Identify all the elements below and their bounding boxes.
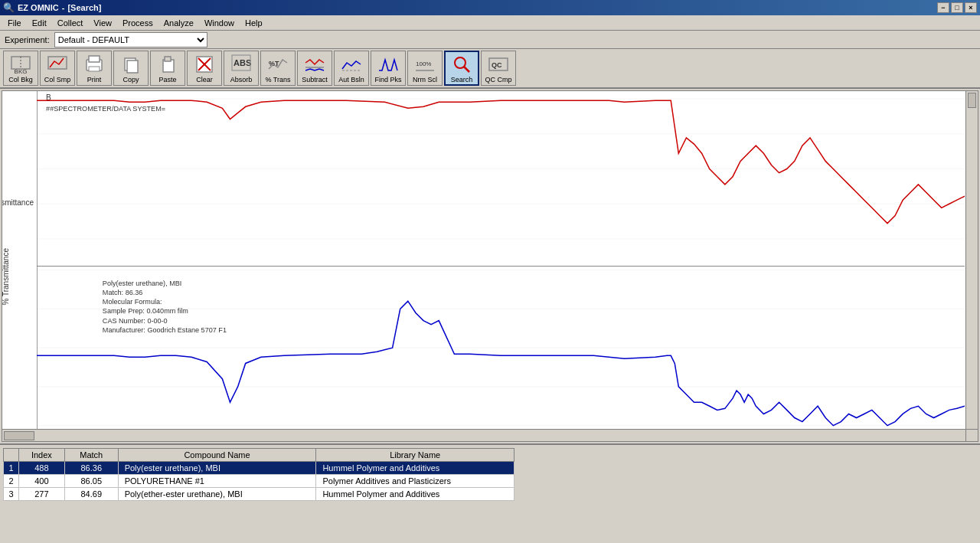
row-library: Hummel Polymer and Additives (316, 488, 514, 501)
title-bar-left: 🔍 EZ OMNIC - [Search] (3, 2, 101, 13)
svg-rect-8 (127, 61, 138, 73)
menu-file[interactable]: File (3, 17, 26, 29)
pct-trans-icon: %T (267, 54, 289, 75)
col-bkg-icon: BKG (10, 54, 31, 75)
toolbar-print[interactable]: Print (77, 51, 112, 86)
menu-analyze[interactable]: Analyze (159, 17, 198, 29)
row-library: Polymer Additives and Plasticizers (316, 475, 514, 488)
svg-rect-10 (165, 57, 171, 61)
svg-text:Poly(ester urethane), MBI: Poly(ester urethane), MBI (103, 280, 182, 287)
clear-icon (194, 54, 215, 75)
row-match: 86.36 (64, 462, 118, 475)
svg-text:BKG: BKG (15, 68, 28, 75)
paste-icon (157, 54, 178, 75)
toolbar-paste[interactable]: Paste (150, 51, 185, 86)
find-pks-label: Find Pks (374, 77, 401, 83)
toolbar-subtract[interactable]: Subtract (297, 51, 332, 86)
app-icon: 🔍 (3, 2, 15, 13)
svg-text:##SPECTROMETER/DATA SYSTEM=: ##SPECTROMETER/DATA SYSTEM= (46, 105, 165, 113)
svg-text:%T: %T (269, 60, 279, 67)
absorb-label: Absorb (230, 77, 253, 83)
chart-area[interactable]: Transmittance % Transmittance 1.0 0.9 0.… (2, 90, 978, 442)
toolbar-copy[interactable]: Copy (113, 51, 149, 86)
row-compound: POLYURETHANE #1 (118, 475, 316, 488)
col-smp-icon (47, 54, 68, 75)
col-header-num (4, 449, 19, 462)
table-header-row: Index Match Compound Name Library Name (4, 449, 514, 462)
bottom-panel: Index Match Compound Name Library Name 1… (0, 443, 980, 543)
svg-text:Manufacturer:   Goodrich Estan: Manufacturer: Goodrich Estane 5707 F1 (103, 326, 227, 334)
toolbar-find-pks[interactable]: Find Pks (371, 51, 406, 86)
menu-window[interactable]: Window (200, 17, 239, 29)
search-label: Search (451, 77, 473, 83)
maximize-button[interactable]: □ (951, 2, 963, 13)
window-name: [Search] (67, 3, 101, 12)
toolbar-search[interactable]: Search (444, 51, 479, 86)
row-num: 3 (4, 488, 19, 501)
toolbar-qc-cmp[interactable]: QC QC Cmp (481, 51, 516, 86)
print-icon (83, 54, 105, 75)
svg-text:Sample Prep:   0.040mm film: Sample Prep: 0.040mm film (103, 307, 188, 315)
qc-cmp-label: QC Cmp (485, 77, 511, 83)
clear-label: Clear (196, 77, 213, 83)
menu-help[interactable]: Help (240, 17, 267, 29)
menu-collect[interactable]: Collect (53, 17, 88, 29)
row-index: 277 (18, 488, 64, 501)
scrollbar-corner (965, 429, 978, 441)
col-bkg-label: Col Bkg (8, 77, 33, 83)
row-library: Hummel Polymer and Additives (316, 462, 514, 475)
svg-text:CAS Number:        0-00-0: CAS Number: 0-00-0 (103, 317, 168, 325)
title-bar-right: − □ × (937, 2, 977, 13)
close-button[interactable]: × (965, 2, 977, 13)
aut-bsln-icon (341, 54, 362, 75)
menu-process[interactable]: Process (118, 17, 158, 29)
toolbar-col-bkg[interactable]: BKG Col Bkg (3, 51, 38, 86)
main-content: Transmittance % Transmittance 1.0 0.9 0.… (0, 89, 980, 543)
results-table-body: 1 488 86.36 Poly(ester urethane), MBI Hu… (4, 462, 514, 501)
col-header-library: Library Name (316, 449, 514, 462)
experiment-label: Experiment: (5, 35, 50, 44)
table-row[interactable]: 2 400 86.05 POLYURETHANE #1 Polymer Addi… (4, 475, 514, 488)
toolbar: BKG Col Bkg Col Smp Print Copy Paste Cle… (0, 49, 980, 89)
menu-view[interactable]: View (89, 17, 116, 29)
y-axis-transmittance-label: Transmittance (2, 198, 34, 207)
svg-line-21 (464, 67, 469, 72)
subtract-label: Subtract (302, 77, 328, 83)
toolbar-absorb[interactable]: ABS Absorb (224, 51, 259, 86)
results-table: Index Match Compound Name Library Name 1… (3, 448, 514, 501)
aut-bsln-label: Aut Bsln (338, 77, 364, 83)
col-header-match: Match (64, 449, 118, 462)
chart-scrollbar-horizontal[interactable] (2, 429, 965, 441)
svg-rect-6 (89, 67, 100, 71)
paste-label: Paste (158, 77, 176, 83)
svg-point-20 (455, 57, 466, 68)
row-match: 84.69 (64, 488, 118, 501)
nrm-scl-icon: 100% (414, 54, 436, 75)
toolbar-nrm-scl[interactable]: 100% Nrm Scl (407, 51, 443, 86)
svg-text:ABS: ABS (234, 58, 251, 67)
svg-text:100%: 100% (416, 61, 431, 67)
table-row[interactable]: 1 488 86.36 Poly(ester urethane), MBI Hu… (4, 462, 514, 475)
svg-text:Match: 86.36: Match: 86.36 (103, 289, 143, 296)
table-row[interactable]: 3 277 84.69 Poly(ether-ester urethane), … (4, 488, 514, 501)
subtract-icon (304, 54, 325, 75)
menu-edit[interactable]: Edit (28, 17, 51, 29)
row-index: 488 (18, 462, 64, 475)
toolbar-clear[interactable]: Clear (187, 51, 222, 86)
toolbar-col-smp[interactable]: Col Smp (40, 51, 75, 86)
row-compound: Poly(ether-ester urethane), MBI (118, 488, 316, 501)
nrm-scl-label: Nrm Scl (413, 77, 437, 83)
qc-cmp-icon: QC (488, 54, 509, 75)
minimize-button[interactable]: − (937, 2, 949, 13)
menu-bar: File Edit Collect View Process Analyze W… (0, 15, 980, 31)
svg-text:Molecular Formula:: Molecular Formula: (103, 298, 162, 306)
toolbar-pct-trans[interactable]: %T % Trans (260, 51, 296, 86)
absorb-icon: ABS (230, 54, 252, 75)
experiment-select[interactable]: Default - DEFAULT (54, 32, 207, 47)
chart-scrollbar-vertical[interactable] (965, 91, 978, 429)
col-smp-label: Col Smp (44, 77, 71, 83)
row-num: 1 (4, 462, 19, 475)
copy-icon (120, 54, 142, 75)
toolbar-aut-bsln[interactable]: Aut Bsln (334, 51, 369, 86)
svg-text:QC: QC (492, 61, 502, 69)
